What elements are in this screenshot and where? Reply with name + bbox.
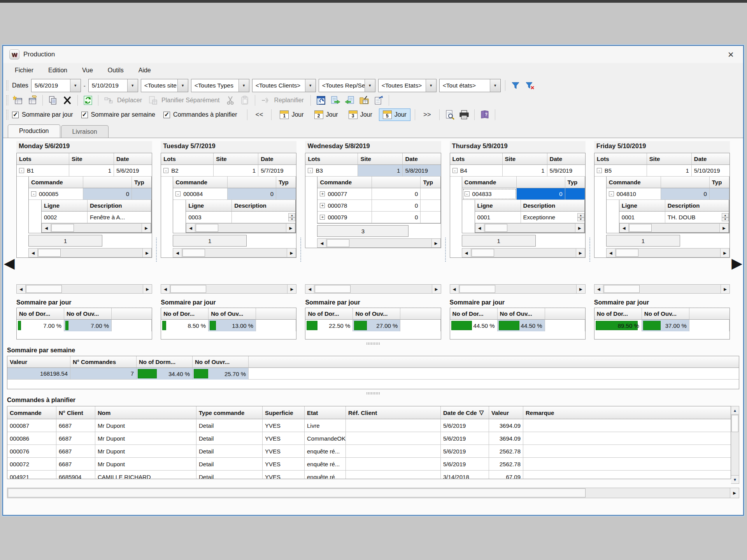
column-splitter[interactable] [586, 141, 594, 294]
section-splitter[interactable] [3, 343, 743, 345]
next-period-button[interactable]: >> [419, 110, 435, 119]
collapse-icon[interactable]: - [19, 168, 24, 173]
scroll-left-icon[interactable] [161, 285, 170, 293]
horizontal-scrollbar[interactable] [606, 248, 729, 257]
col-header-lots[interactable]: Lots [450, 153, 503, 165]
col-header-dormants[interactable]: No of Dor... [305, 308, 353, 320]
chevron-down-icon[interactable] [238, 79, 249, 92]
scrollbar-thumb[interactable] [629, 224, 652, 232]
scroll-left-icon[interactable] [173, 248, 182, 257]
horizontal-scrollbar[interactable] [173, 248, 296, 257]
menu-vue[interactable]: Vue [82, 67, 93, 74]
scrollbar-thumb[interactable] [472, 249, 494, 257]
tout-etats-combo[interactable]: <Tout états> [439, 79, 501, 92]
col-header-commande[interactable]: Commande [173, 177, 228, 188]
col-header-valeur[interactable]: Valeur [7, 356, 70, 368]
scrollbar-thumb[interactable] [8, 488, 586, 497]
folder-edit-icon[interactable] [358, 94, 370, 106]
chevron-down-icon[interactable] [127, 79, 138, 92]
sommaire-jour-checkbox[interactable]: Sommaire par jour [12, 111, 73, 118]
col-header-lots[interactable]: Lots [161, 153, 214, 165]
expand-icon[interactable]: + [320, 203, 325, 208]
horizontal-scrollbar[interactable] [462, 248, 585, 257]
planifier-separement-icon[interactable] [147, 94, 159, 106]
horizontal-scrollbar[interactable] [186, 223, 295, 233]
col-header-nom[interactable]: Nom [95, 406, 196, 419]
menu-fichier[interactable]: Fichier [15, 67, 33, 74]
column-splitter[interactable] [152, 141, 161, 294]
table-row[interactable]: 0000766687 Mr DupontDetail YVESenquête r… [7, 445, 731, 458]
collapse-icon[interactable]: - [465, 191, 470, 196]
scrollbar-thumb[interactable] [459, 285, 495, 293]
etats-combo[interactable]: <Toutes Etats> [378, 79, 437, 92]
chevron-down-icon[interactable] [177, 79, 188, 92]
chevron-down-icon[interactable] [426, 79, 436, 92]
two-day-button[interactable]: 2 Jour [310, 108, 342, 121]
chevron-down-icon[interactable] [365, 79, 375, 92]
col-header-remarque[interactable]: Remarque [523, 406, 731, 419]
scroll-right-icon[interactable] [719, 224, 728, 232]
col-header-dormants[interactable]: No of Dor... [594, 308, 642, 320]
scrollbar-thumb[interactable] [327, 239, 349, 247]
collapse-icon[interactable]: - [163, 168, 168, 173]
scroll-right-icon[interactable] [142, 248, 151, 257]
scroll-right-icon[interactable] [575, 224, 584, 232]
scroll-left-icon[interactable] [450, 285, 459, 293]
toolbar-grip[interactable] [6, 110, 8, 120]
sites-combo[interactable]: <Toutes site [141, 79, 188, 92]
col-header-commandes[interactable]: N° Commandes [70, 356, 137, 368]
col-header-type[interactable]: Type commande [196, 406, 263, 419]
lot-row[interactable]: -B1 1 5/6/2019 [17, 165, 152, 177]
scrollbar-thumb[interactable] [196, 224, 218, 232]
scroll-right-icon[interactable] [287, 285, 296, 293]
date-to-combo[interactable]: 5/10/2019 [88, 79, 138, 92]
scroll-left-icon[interactable] [607, 248, 615, 257]
scrollbar-thumb[interactable] [51, 224, 74, 232]
col-header-dormants[interactable]: No of Dor... [161, 308, 209, 320]
col-header-lots[interactable]: Lots [17, 153, 69, 165]
scroll-right-icon[interactable] [720, 248, 729, 257]
col-header-ouvrants[interactable]: No of Ouv... [498, 308, 545, 320]
deplacer-icon[interactable] [103, 94, 114, 106]
scroll-left-icon[interactable] [475, 224, 484, 232]
scroll-right-icon[interactable] [431, 239, 440, 247]
print-icon[interactable] [458, 109, 470, 121]
horizontal-scrollbar[interactable] [16, 284, 152, 294]
ligne-row[interactable]: 0003 [186, 212, 295, 223]
new-lot-icon[interactable] [12, 94, 24, 106]
delete-icon[interactable] [61, 94, 73, 106]
col-header-ligne[interactable]: Ligne [475, 200, 521, 212]
ligne-row[interactable]: 0002 Fenêtre à A... [42, 212, 151, 223]
col-header-ouvrants[interactable]: No of Ouv... [209, 308, 256, 320]
col-header-dormants[interactable]: No of Dorm... [137, 356, 193, 368]
one-day-button[interactable]: 1 Jour [276, 108, 307, 121]
col-header-ouvrants[interactable]: No of Ouv... [64, 308, 112, 320]
scroll-right-icon[interactable] [432, 285, 441, 293]
collapse-icon[interactable]: - [609, 191, 614, 196]
scroll-right-icon[interactable] [142, 224, 151, 232]
scroll-right-icon[interactable] [576, 248, 585, 257]
types-combo[interactable]: <Toutes Types [191, 79, 249, 92]
col-header-typ[interactable]: Typ [421, 177, 440, 188]
scrollbar-thumb[interactable] [182, 249, 205, 257]
col-header-typ[interactable]: Typ [132, 177, 151, 188]
spinner-control[interactable] [722, 213, 729, 221]
scroll-left-icon[interactable] [29, 248, 38, 257]
cut-icon[interactable] [224, 94, 236, 106]
chevron-down-icon[interactable] [70, 79, 81, 92]
horizontal-scrollbar[interactable] [305, 284, 441, 294]
vertical-scrollbar[interactable] [731, 406, 739, 484]
col-header-ligne[interactable]: Ligne [186, 200, 232, 212]
col-header-ouvrants[interactable]: No of Ouvr... [193, 356, 249, 368]
tab-production[interactable]: Production [8, 124, 60, 138]
help-icon[interactable]: ? [479, 109, 491, 121]
expand-icon[interactable]: + [320, 191, 325, 196]
scroll-right-icon[interactable] [730, 488, 739, 498]
col-header-superficie[interactable]: Superficie [263, 406, 305, 419]
replanifier-icon[interactable] [260, 94, 271, 106]
three-day-button[interactable]: 3 Jour [345, 108, 376, 121]
replanifier-label[interactable]: Replanifier [274, 97, 303, 104]
col-header-site[interactable]: Site [358, 153, 403, 165]
spinner-control[interactable] [288, 213, 295, 221]
scroll-left-icon[interactable] [462, 248, 471, 257]
